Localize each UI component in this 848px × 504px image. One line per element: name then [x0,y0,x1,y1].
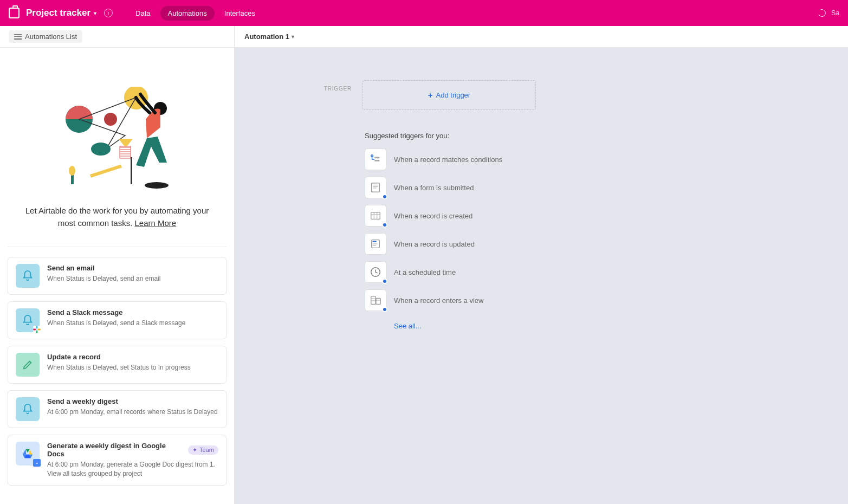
info-icon[interactable]: i [104,9,113,17]
sidebar: Automations List [0,26,235,504]
svg-rect-35 [371,212,380,219]
tab-interfaces[interactable]: Interfaces [217,6,263,21]
svg-rect-6 [120,146,131,158]
suggested-heading: Suggested triggers for you: [365,132,763,140]
plus-icon: + [428,91,433,100]
svg-rect-30 [374,160,379,161]
template-title: Send an email [47,264,94,272]
tab-data[interactable]: Data [128,6,158,21]
base-icon[interactable] [9,8,20,18]
check-badge-icon [382,222,387,228]
update-icon [365,233,386,255]
sidebar-header: Automations List [0,26,234,48]
hero-text: Let Airtable do the work for you by auto… [25,206,209,228]
main-panel: Automation 1 ▾ TRIGGER + Add trigger Sug… [235,26,848,504]
hero-illustration [60,87,174,195]
main-header: Automation 1 ▾ [235,26,848,48]
pencil-icon [16,353,40,377]
template-description: When Status is Delayed, send a Slack mes… [47,319,218,328]
svg-rect-40 [373,241,377,242]
suggested-trigger-item[interactable]: When a record matches conditions [365,148,763,170]
template-card[interactable]: ≡Generate a weekly digest in Google Docs… [8,435,226,486]
project-name-dropdown[interactable]: Project tracker ▾ [26,8,96,18]
svg-point-2 [104,113,117,126]
hero-section: Let Airtable do the work for you by auto… [8,87,226,229]
bell-icon [16,264,40,288]
sparkle-icon: ✦ [192,447,197,454]
check-badge-icon [382,279,387,284]
svg-point-17 [145,182,169,189]
topbar: Project tracker ▾ i Data Automations Int… [0,0,848,26]
suggested-trigger-item[interactable]: When a record is updated [365,233,763,255]
automations-list-button[interactable]: Automations List [9,30,82,43]
learn-more-link[interactable]: Learn More [134,218,176,228]
trigger-section-label: TRIGGER [319,80,352,92]
svg-rect-44 [371,296,376,305]
clock-icon [365,261,386,283]
conditions-icon [365,148,386,170]
gdoc-icon: ≡ [33,459,41,467]
template-title: Send a weekly digest [47,397,118,405]
gdrive-icon: ≡ [16,442,40,466]
svg-rect-47 [376,298,380,304]
bell-icon [16,397,40,421]
slack-icon [33,326,41,333]
suggested-trigger-label: When a form is submitted [394,184,474,192]
check-badge-icon [382,194,387,199]
suggested-trigger-item[interactable]: When a form is submitted [365,177,763,198]
tab-automations[interactable]: Automations [160,6,215,21]
svg-rect-20 [37,329,41,331]
top-nav-tabs: Data Automations Interfaces [128,6,263,21]
refresh-icon[interactable] [817,8,827,18]
list-icon [14,34,22,40]
svg-rect-29 [374,157,379,158]
svg-point-14 [69,166,75,176]
svg-rect-21 [36,330,38,333]
suggested-trigger-label: When a record is updated [394,240,475,248]
template-card[interactable]: Send a weekly digestAt 6:00 pm Monday, e… [8,390,226,428]
chevron-down-icon: ▾ [292,34,294,40]
template-title: Send a Slack message [47,308,122,316]
bell-icon [16,308,40,332]
automation-name-dropdown[interactable]: Automation 1 ▾ [244,33,294,41]
add-trigger-button[interactable]: + Add trigger [362,80,536,110]
create-icon [365,205,386,227]
template-description: At 6:00 pm Monday, email records where S… [47,408,218,417]
svg-marker-23 [25,449,29,453]
template-description: When Status is Delayed, set Status to In… [47,363,218,372]
svg-point-4 [91,143,111,156]
svg-marker-25 [23,449,26,455]
template-title: Update a record [47,353,101,361]
divider [8,247,226,247]
suggested-trigger-item[interactable]: When a record is created [365,205,763,227]
template-description: At 6:00 pm Monday, generate a Google Doc… [47,460,218,479]
suggested-trigger-item[interactable]: When a record enters a view [365,289,763,311]
svg-marker-24 [29,449,33,455]
chevron-down-icon: ▾ [94,10,96,16]
svg-rect-18 [33,329,36,331]
view-icon [365,289,386,311]
svg-rect-31 [372,183,380,192]
svg-point-28 [371,155,373,157]
template-card[interactable]: Send an emailWhen Status is Delayed, sen… [8,257,226,295]
template-card[interactable]: Update a recordWhen Status is Delayed, s… [8,346,226,384]
template-title: Generate a weekly digest in Google Docs [47,442,184,458]
top-right-text: Sa [831,9,839,17]
suggested-trigger-item[interactable]: At a scheduled time [365,261,763,283]
template-description: When Status is Delayed, send an email [47,274,218,283]
svg-rect-15 [90,164,122,177]
form-icon [365,177,386,198]
suggested-trigger-label: At a scheduled time [394,268,456,276]
template-card[interactable]: Send a Slack messageWhen Status is Delay… [8,301,226,339]
suggested-trigger-label: When a record enters a view [394,296,483,305]
check-badge-icon [382,307,387,312]
suggested-trigger-label: When a record matches conditions [394,156,502,164]
team-badge: ✦Team [188,445,218,455]
see-all-link[interactable]: See all... [394,322,422,330]
suggested-trigger-label: When a record is created [394,212,472,220]
svg-rect-19 [36,326,38,329]
svg-rect-16 [131,157,132,184]
